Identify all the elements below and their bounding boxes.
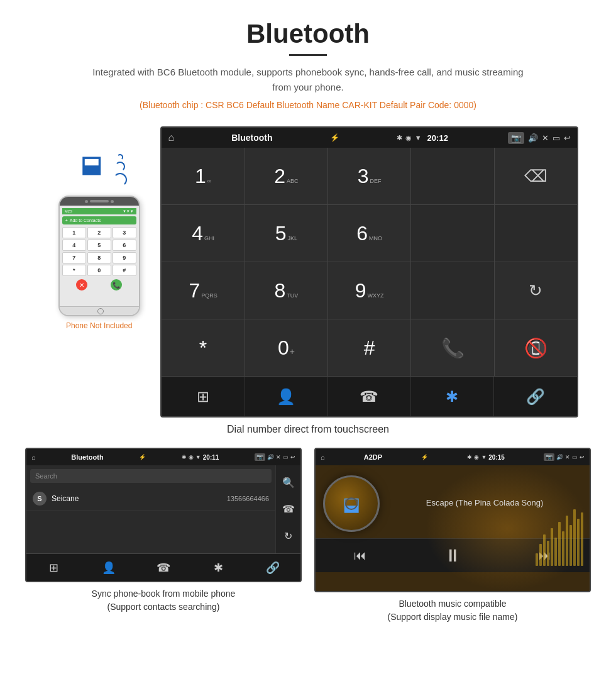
dial-key-7[interactable]: 7 PQRS [162,262,244,319]
home-circle [97,308,104,314]
hu-btn-grid[interactable]: ⊞ [162,377,245,416]
bt-symbol: ⬓ [80,152,102,178]
music-loc-icon: ◉ [474,454,479,460]
key-hash[interactable]: # [113,265,136,276]
page-title: Bluetooth [13,19,603,49]
phone-bottom-row: ✕ 📞 [62,278,136,292]
music-content-row: ⬓ Escape (The Pina Colada Song) [316,465,590,538]
phone-carrier: M2S [65,209,72,213]
pb-refresh-icon[interactable]: ↻ [284,530,292,542]
pb-btn-bt[interactable]: ✱ [191,554,246,581]
bottom-screens-row: ⌂ Bluetooth ⚡ ✱ ◉ ▼ 20:11 📷 🔊 ✕ ▭ ↩ [0,448,616,624]
phone-top-bar [60,197,139,206]
pb-btn-grid[interactable]: ⊞ [26,554,81,581]
music-status-bar: ⌂ A2DP ⚡ ✱ ◉ ▼ 20:15 📷 🔊 ✕ ▭ ↩ [316,449,590,465]
music-screen: ⌂ A2DP ⚡ ✱ ◉ ▼ 20:15 📷 🔊 ✕ ▭ ↩ [314,448,591,592]
phone-dot [85,200,88,203]
key-1[interactable]: 1 [62,227,86,238]
hu-btn-bluetooth[interactable]: ✱ [411,377,494,416]
dial-key-star[interactable]: * [162,319,244,376]
music-song-title: Escape (The Pina Colada Song) [387,498,582,507]
pb-title: Bluetooth [71,453,103,461]
pb-btn-phone[interactable]: ☎ [136,554,190,581]
phone-speaker [90,200,109,202]
music-home-icon[interactable]: ⌂ [321,453,325,461]
dial-empty-4 [411,262,493,319]
hu-btn-phone[interactable]: ☎ [328,377,411,416]
phone-call-btn[interactable]: 📞 [111,279,122,290]
pb-search-icon[interactable]: 🔍 [282,477,295,489]
dial-key-9[interactable]: 9 WXYZ [328,262,410,319]
pb-status-icons: ✱ ◉ ▼ 20:11 [182,454,219,461]
music-caption: Bluetooth music compatible (Support disp… [388,597,518,624]
pb-btn-link[interactable]: 🔗 [246,554,300,581]
plus-icon: + [65,218,68,223]
key-7[interactable]: 7 [62,252,86,263]
hu-btn-link[interactable]: 🔗 [494,377,577,416]
pb-cam-icon: 📷 [255,453,265,461]
dial-key-5[interactable]: 5 JKL [245,205,327,262]
pb-caption: Sync phone-book from mobile phone (Suppo… [92,587,236,614]
pb-win-icon: ▭ [283,454,289,460]
music-win-icon: ▭ [572,454,578,460]
phone-end-btn[interactable]: ✕ [76,279,87,290]
dial-end-button[interactable]: 📵 [495,319,577,376]
dial-backspace[interactable]: ⌫ [495,148,577,204]
pb-phone-icon[interactable]: ☎ [282,503,295,515]
key-8[interactable]: 8 [87,252,111,263]
key-5[interactable]: 5 [87,240,111,251]
pb-contact-name: Seicane [52,494,222,503]
key-2[interactable]: 2 [87,227,111,238]
key-6[interactable]: 6 [113,240,136,251]
dial-key-1[interactable]: 1 ∞ [162,148,244,204]
pb-home-icon[interactable]: ⌂ [31,453,36,461]
dial-key-6[interactable]: 6 MNO [328,205,410,262]
hu-right-icons: 📷 🔊 ✕ ▭ ↩ [508,132,571,144]
key-4[interactable]: 4 [62,240,86,251]
dial-key-8[interactable]: 8 TUV [245,262,327,319]
pb-btn-contacts[interactable]: 👤 [81,554,136,581]
pb-contact-number: 13566664466 [227,495,269,502]
key-star[interactable]: * [62,265,86,276]
pb-search-bar[interactable]: Search [30,469,272,483]
music-caption-line2: (Support display music file name) [388,612,518,622]
phone-not-included-label: Phone Not Included [66,321,132,330]
pb-bt-icon: ✱ [182,454,187,460]
add-to-contacts: + Add to Contacts [62,216,136,224]
dial-key-3[interactable]: 3 DEF [328,148,410,204]
pb-letter-badge: S [33,492,47,506]
pb-bottom-bar: ⊞ 👤 ☎ ✱ 🔗 [26,553,300,581]
pb-right-icons: 📷 🔊 ✕ ▭ ↩ [255,453,295,461]
music-play-pause-btn[interactable]: ⏸ [444,545,461,566]
hu-volume-icon[interactable]: 🔊 [528,133,538,143]
eq-bar-1 [536,553,538,566]
wave1 [117,154,123,160]
phone-home-btn[interactable] [60,306,140,315]
key-0[interactable]: 0 [87,265,111,276]
hu-window-icon[interactable]: ▭ [553,133,560,143]
pb-loc-icon: ◉ [189,454,194,460]
music-prev-btn[interactable]: ⏮ [354,548,366,563]
music-block: ⌂ A2DP ⚡ ✱ ◉ ▼ 20:15 📷 🔊 ✕ ▭ ↩ [314,448,591,624]
hu-btn-contacts[interactable]: 👤 [245,377,328,416]
eq-bar-2 [539,544,542,566]
hu-screen-title: Bluetooth [231,133,272,143]
hu-home-icon[interactable]: ⌂ [168,132,174,143]
dial-key-2[interactable]: 2 ABC [245,148,327,204]
dial-key-hash[interactable]: # [328,319,410,376]
dial-empty-2 [411,205,493,262]
hu-close-icon[interactable]: ✕ [542,133,549,143]
dial-refresh[interactable]: ↻ [495,262,577,319]
dial-key-4[interactable]: 4 GHI [162,205,244,262]
key-3[interactable]: 3 [113,227,136,238]
main-caption: Dial number direct from touchscreen [0,424,616,435]
dial-key-0[interactable]: 0 + [245,319,327,376]
phone-keypad: 1 2 3 4 5 6 7 8 9 * 0 # [62,227,136,276]
pb-main-area: Search S Seicane 13566664466 🔍 ☎ ↻ [26,465,300,553]
phone-device: M2S ▼▼▼ + Add to Contacts 1 2 3 4 5 6 [58,196,140,316]
hu-camera-icon[interactable]: 📷 [508,132,524,144]
key-9[interactable]: 9 [113,252,136,263]
dial-call-button[interactable]: 📞 [411,319,493,376]
hu-location-icon: ◉ [405,134,412,142]
hu-back-icon[interactable]: ↩ [564,133,571,143]
